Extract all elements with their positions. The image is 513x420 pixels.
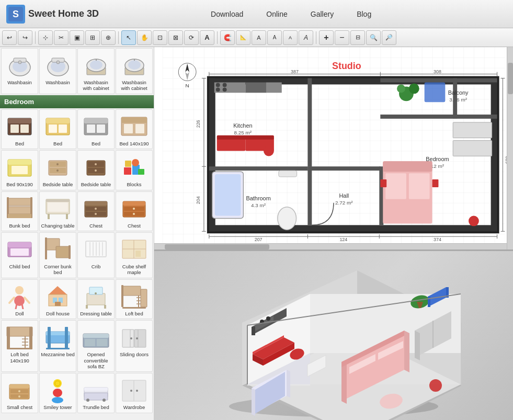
furniture-changing-table[interactable]: Changing table: [39, 191, 76, 231]
furniture-cube-shelf[interactable]: Cube shelf maple: [116, 232, 153, 278]
tb-font4-button[interactable]: A: [299, 30, 313, 45]
furniture-bed-90[interactable]: Bed 90x190: [1, 150, 38, 190]
svg-point-200: [409, 83, 419, 94]
nav-blog[interactable]: Blog: [345, 2, 383, 27]
nav-gallery[interactable]: Gallery: [299, 2, 345, 27]
svg-point-41: [56, 169, 59, 172]
furniture-list[interactable]: Washbasin Washbasin: [0, 47, 154, 420]
furniture-blocks[interactable]: Blocks: [116, 150, 153, 190]
tb-select-button[interactable]: ↖: [121, 30, 136, 45]
furniture-trundle-bed[interactable]: Trundle bed: [77, 373, 115, 413]
furniture-doll[interactable]: Doll: [1, 279, 38, 319]
furniture-bedside-2[interactable]: Bedside table: [77, 150, 115, 190]
furniture-washbasin-1[interactable]: Washbasin: [1, 48, 38, 94]
svg-text:Hall: Hall: [339, 192, 349, 199]
svg-point-40: [56, 163, 59, 165]
washbasin-2-img: [42, 51, 74, 80]
svg-point-201: [397, 84, 405, 93]
svg-rect-31: [121, 117, 147, 123]
svg-rect-103: [87, 293, 105, 305]
svg-rect-119: [7, 348, 32, 349]
tb-text-button[interactable]: A: [200, 30, 214, 45]
tb-plus-button[interactable]: +: [319, 30, 334, 45]
tb-delete-button[interactable]: ⊕: [101, 30, 116, 45]
furniture-bed-140[interactable]: Bed 140x190: [116, 109, 153, 149]
furniture-loft-bed-140[interactable]: Loft bed 140x190: [1, 320, 38, 372]
tb-pan-button[interactable]: ✋: [137, 30, 152, 45]
furniture-sofa-bz[interactable]: Opened convertible sofa BZ: [77, 320, 115, 372]
tb-minus-button[interactable]: −: [335, 30, 349, 45]
furniture-chest-2[interactable]: Chest: [116, 191, 153, 231]
svg-rect-213: [215, 174, 241, 215]
tb-font2-button[interactable]: A: [267, 30, 282, 45]
furniture-child-bed[interactable]: Child bed: [1, 232, 38, 278]
furniture-wardrobe[interactable]: Wardrobe: [116, 373, 153, 413]
redo-button[interactable]: ↪: [18, 30, 32, 45]
furniture-dressing-table[interactable]: Dressing table: [77, 279, 115, 319]
floor-plan-h-scrollbar[interactable]: [154, 243, 507, 249]
svg-rect-29: [97, 124, 105, 133]
fp-v-scroll-thumb[interactable]: [508, 63, 513, 94]
nav-download[interactable]: Download: [199, 2, 255, 27]
furniture-loft-bed[interactable]: Loft bed: [116, 279, 153, 319]
tb-font3-button[interactable]: A: [283, 30, 298, 45]
undo-button[interactable]: ↩: [2, 30, 17, 45]
svg-point-46: [95, 169, 97, 172]
furniture-corner-bunk[interactable]: Corner bunk bed: [39, 232, 76, 278]
furniture-washbasin-cabinet-2[interactable]: Washbasin with cabinet: [116, 48, 153, 94]
svg-rect-69: [123, 201, 145, 206]
furniture-washbasin-2[interactable]: Washbasin: [39, 48, 76, 94]
tb-paste-button[interactable]: ⊞: [85, 30, 100, 45]
svg-rect-176: [379, 166, 383, 225]
svg-point-5: [18, 61, 21, 64]
furniture-small-chest[interactable]: Small chest: [1, 373, 38, 413]
toolbar-separator-3: [217, 31, 218, 44]
svg-point-195: [216, 83, 220, 87]
washbasin-cabinet-2-img: [119, 51, 150, 80]
nav-online[interactable]: Online: [255, 2, 299, 27]
svg-rect-118: [29, 327, 32, 349]
furniture-bedside-1[interactable]: Bedside table: [39, 150, 76, 190]
svg-rect-78: [56, 246, 70, 258]
furniture-mezzanine-bed[interactable]: Mezzanine bed: [39, 320, 76, 372]
svg-rect-19: [8, 118, 31, 123]
svg-rect-204: [383, 161, 432, 172]
furniture-chest-1[interactable]: Chest: [77, 191, 115, 231]
furniture-bed-1[interactable]: Bed: [1, 109, 38, 149]
tb-copy-button[interactable]: ▣: [70, 30, 84, 45]
tb-magnet-button[interactable]: 🧲: [220, 30, 235, 45]
tb-fit-button[interactable]: ⊟: [350, 30, 365, 45]
svg-point-72: [133, 208, 135, 210]
tb-add-button[interactable]: ⊹: [38, 30, 53, 45]
tb-dim-button[interactable]: 📐: [236, 30, 250, 45]
svg-rect-126: [48, 327, 51, 349]
toolbar-separator-4: [316, 31, 316, 44]
svg-marker-272: [341, 362, 347, 404]
fp-h-scroll-thumb[interactable]: [165, 244, 269, 249]
svg-rect-23: [46, 118, 70, 123]
furniture-bed-2[interactable]: Bed: [39, 109, 76, 149]
furniture-crib[interactable]: Crib: [77, 232, 115, 278]
furniture-washbasin-cabinet-1[interactable]: Washbasin with cabinet: [77, 48, 115, 94]
furniture-smiley-tower[interactable]: Smiley tower: [39, 373, 76, 413]
furniture-bunk-bed[interactable]: Bunk bed: [1, 191, 38, 231]
3d-render: [154, 251, 513, 420]
furniture-bed-3[interactable]: Bed: [77, 109, 115, 149]
tb-font1-button[interactable]: A: [252, 30, 266, 45]
svg-rect-108: [122, 286, 141, 296]
tb-rotate-button[interactable]: ⊠: [168, 30, 183, 45]
svg-rect-111: [122, 307, 146, 309]
floor-plan-area[interactable]: N: [154, 47, 513, 251]
tb-zoom-in-button[interactable]: 🔍: [366, 30, 381, 45]
tb-zoom-out-button[interactable]: 🔎: [382, 30, 396, 45]
tb-area-button[interactable]: ⊡: [153, 30, 167, 45]
tb-cut-button[interactable]: ✂: [54, 30, 69, 45]
svg-rect-215: [279, 171, 297, 177]
svg-text:S: S: [13, 9, 19, 19]
floor-plan-v-scrollbar[interactable]: [507, 47, 513, 249]
toolbar-separator-1: [35, 31, 36, 44]
tb-flip-button[interactable]: ⟳: [184, 30, 199, 45]
svg-point-214: [278, 207, 297, 230]
furniture-doll-house[interactable]: Doll house: [39, 279, 76, 319]
furniture-sliding-doors[interactable]: Sliding doors: [116, 320, 153, 372]
